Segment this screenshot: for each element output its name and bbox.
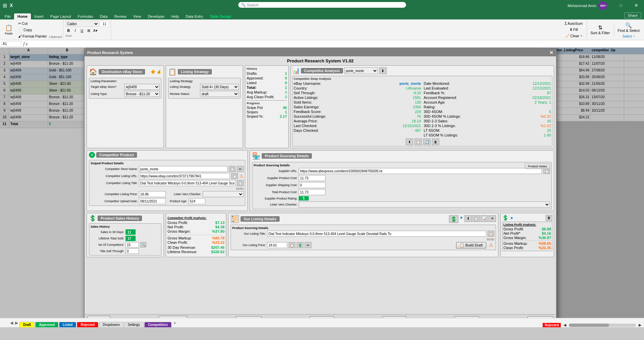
- clear-button[interactable]: 🧹Clear ~: [563, 33, 584, 39]
- formula-input[interactable]: [31, 42, 643, 46]
- tab-approved[interactable]: Approved: [35, 322, 58, 327]
- paste-button[interactable]: 📋 Paste: [1, 23, 16, 37]
- competitors-search-btn[interactable]: 🔍: [140, 242, 146, 247]
- shipping-cost-input[interactable]: [299, 182, 326, 188]
- comp-action-4[interactable]: 🗑: [432, 138, 439, 145]
- tab-nav-prev[interactable]: ◀: [9, 321, 14, 325]
- tab-draft[interactable]: Draft: [19, 322, 35, 327]
- tab-developer[interactable]: Developer: [144, 13, 168, 19]
- store-copy-btn[interactable]: 📋: [229, 166, 236, 172]
- tab-table-design[interactable]: Table Design: [206, 13, 235, 19]
- our-listing-title: Our Listing Details: [244, 217, 277, 221]
- build-warn-btn[interactable]: ⚠: [488, 242, 494, 248]
- listing-tool-btn-1[interactable]: ⬇: [464, 215, 472, 222]
- tab-rejected[interactable]: Rejected: [77, 322, 98, 327]
- our-price-input[interactable]: [267, 242, 287, 248]
- competitor-select[interactable]: porte_morte: [344, 67, 378, 74]
- border-button[interactable]: ⊞: [86, 27, 92, 34]
- find-select-button[interactable]: 🔍 Find & Select: [616, 21, 641, 34]
- tab-listed[interactable]: Listed: [59, 322, 76, 327]
- tab-review[interactable]: Review: [111, 13, 130, 19]
- product-notes-btn[interactable]: Product Notes: [525, 164, 550, 169]
- excel-icon: X: [10, 3, 13, 8]
- listing-type-select[interactable]: Bronze - $11-20: [124, 91, 160, 97]
- listing-title-input[interactable]: [139, 180, 236, 186]
- sourcing-vero-select[interactable]: [299, 202, 550, 208]
- select-button[interactable]: Select ~: [621, 34, 636, 39]
- title-sell-through-input[interactable]: [126, 248, 139, 254]
- listing-tool-btn-3[interactable]: 📊: [481, 215, 488, 222]
- search-input[interactable]: [247, 3, 401, 7]
- tab-insert[interactable]: Insert: [31, 13, 47, 19]
- tab-home[interactable]: Home: [14, 13, 31, 19]
- total-cost-input[interactable]: [299, 189, 326, 195]
- our-title-copy-btn[interactable]: 📋: [488, 231, 494, 237]
- review-status-select[interactable]: draft: [200, 91, 239, 97]
- our-title-input[interactable]: [267, 231, 486, 237]
- tab-competitors[interactable]: Competitors: [144, 322, 171, 327]
- store-icon: 🏠: [89, 68, 97, 76]
- modal-close-button[interactable]: ✕: [549, 50, 553, 55]
- comp-action-3[interactable]: 🔄: [423, 138, 431, 145]
- title-copy-btn[interactable]: 📋: [237, 180, 244, 186]
- autosum-button[interactable]: ΣAutoSum: [563, 21, 584, 26]
- fill-color-button[interactable]: A▾: [92, 27, 98, 34]
- listing-profit-delete-btn[interactable]: 🗑: [546, 215, 552, 221]
- share-button[interactable]: Share: [624, 12, 641, 18]
- store-name-label: Competitor Store Name:: [91, 167, 138, 171]
- lister-vero-select[interactable]: [203, 191, 244, 197]
- competitors-input[interactable]: [126, 242, 139, 247]
- name-box[interactable]: [1, 41, 21, 47]
- tab-data[interactable]: Data: [96, 13, 111, 19]
- supplier-url-input[interactable]: [299, 168, 542, 174]
- copy-button[interactable]: 📄Copy: [17, 27, 48, 33]
- scroll-left-btn[interactable]: ◀: [563, 323, 566, 327]
- comp-refresh-button[interactable]: ⬇: [379, 67, 387, 74]
- supplier-cost-input[interactable]: [299, 175, 326, 181]
- tab-view[interactable]: View: [130, 13, 145, 19]
- tab-nav-next[interactable]: ▶: [14, 321, 19, 325]
- tab-data-entry[interactable]: Data Entry: [182, 13, 206, 19]
- tab-dropdowns[interactable]: Dropdowns: [99, 322, 123, 327]
- tab-formulas[interactable]: Formulas: [75, 13, 97, 19]
- comp-action-1[interactable]: ⬇: [406, 138, 413, 145]
- build-draft-button[interactable]: 📋Build Draft: [456, 242, 486, 248]
- listing-tool-btn-2[interactable]: 📋: [473, 215, 480, 222]
- tab-file[interactable]: File: [1, 13, 14, 19]
- listing-url-input[interactable]: [139, 173, 230, 179]
- store-edit-btn[interactable]: ✏: [237, 166, 244, 172]
- comp-action-2[interactable]: 📋: [414, 138, 422, 145]
- fill-button[interactable]: ⬇Fill: [568, 27, 580, 33]
- app-grid-icon[interactable]: ⊞: [3, 2, 7, 9]
- listing-tool-btn-4[interactable]: ✕: [489, 215, 496, 222]
- sourcing-icon: 🏪: [252, 152, 260, 160]
- minimize-button[interactable]: ─: [598, 0, 613, 11]
- lifetime-bar: 17: [126, 236, 136, 241]
- product-age-input[interactable]: [189, 198, 205, 204]
- underline-button[interactable]: U: [79, 27, 85, 34]
- strategy-select[interactable]: Sold 4+ (30 Days): [200, 84, 239, 90]
- total-value: 1: [285, 86, 287, 90]
- our-price-copy-btn[interactable]: 📋: [289, 242, 295, 248]
- font-family-select[interactable]: Calibri: [65, 21, 99, 27]
- font-size-input[interactable]: [100, 21, 109, 27]
- scroll-right-btn[interactable]: ▶: [639, 323, 641, 327]
- store-name-input[interactable]: [139, 166, 228, 172]
- cut-button[interactable]: ✂Cut: [17, 21, 48, 26]
- add-sheet-button[interactable]: +: [172, 320, 178, 326]
- upload-date-input[interactable]: [139, 198, 166, 204]
- tab-page-layout[interactable]: Page Layout: [47, 13, 75, 19]
- target-store-select[interactable]: iej5409: [124, 84, 160, 90]
- close-button[interactable]: ✕: [629, 0, 644, 11]
- listing-price-input[interactable]: [139, 191, 166, 197]
- maximize-button[interactable]: □: [613, 0, 629, 11]
- italic-button[interactable]: I: [72, 27, 78, 34]
- tab-settings[interactable]: Settings: [124, 322, 144, 327]
- bold-button[interactable]: B: [65, 27, 71, 34]
- our-price-dollar-btn[interactable]: 💲: [297, 242, 303, 248]
- url-copy-btn[interactable]: 📋: [231, 173, 238, 179]
- sort-filter-button[interactable]: ⇅ Sort & Filter: [589, 23, 612, 36]
- tab-help[interactable]: Help: [168, 13, 183, 19]
- format-painter-button[interactable]: 🖌Format Painter: [17, 34, 48, 39]
- our-price-edit-btn[interactable]: ✏: [305, 242, 311, 248]
